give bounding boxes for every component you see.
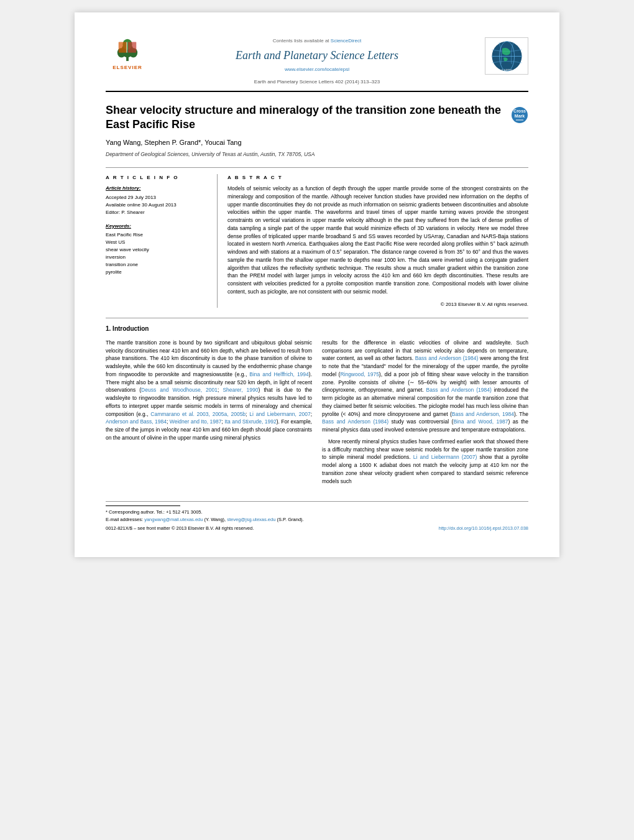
ref-anderson-1984a[interactable]: Anderson and Bass, 1984 (106, 418, 167, 425)
keyword-east-pacific: East Pacific Rise (106, 231, 209, 239)
keyword-transition-zone: transition zone (106, 261, 209, 269)
journal-header: ELSEVIER Contents lists available at Sci… (106, 37, 528, 92)
intro-p1: The mantle transition zone is bound by t… (106, 339, 312, 442)
available-date: Available online 30 August 2013 (106, 201, 209, 209)
intro-p2: results for the difference in elastic ve… (322, 339, 528, 434)
editor: Editor: P. Shearer (106, 209, 209, 216)
svg-text:EARTH: EARTH (502, 68, 512, 72)
keyword-west-us: West US (106, 239, 209, 246)
journal-name: Earth and Planetary Science Letters (162, 47, 472, 63)
page: ELSEVIER Contents lists available at Sci… (75, 12, 559, 557)
elsevier-logo: ELSEVIER (106, 37, 149, 72)
keyword-shear-wave: shear wave velocity (106, 246, 209, 254)
ref-bass-anderson-1984b[interactable]: Bass and Anderson (1984) (426, 387, 492, 393)
abstract-label: A B S T R A C T (227, 174, 528, 182)
elsevier-label: ELSEVIER (113, 64, 142, 72)
article-title-block: Shear velocity structure and mineralogy … (106, 103, 505, 159)
header-top: ELSEVIER Contents lists available at Sci… (106, 37, 528, 75)
copyright: © 2013 Elsevier B.V. All rights reserved… (227, 301, 528, 308)
article-title: Shear velocity structure and mineralogy … (106, 103, 505, 132)
svg-rect-5 (119, 42, 127, 53)
email-link-1[interactable]: yangwang@mail.utexas.edu (144, 517, 203, 522)
authors: Yang Wang, Stephen P. Grand*, Youcai Tan… (106, 138, 505, 148)
header-center: Contents lists available at ScienceDirec… (149, 37, 485, 73)
ref-li-2007[interactable]: Li and Liebermann, 2007 (249, 411, 310, 417)
ref-deuss-2001[interactable]: Deuss and Woodhouse, 2001 (141, 387, 218, 393)
ref-ita-1992[interactable]: Ita and Stixrude, 1992 (224, 418, 276, 425)
earth-logo: EARTH (485, 37, 528, 75)
footnote-divider (106, 505, 180, 506)
ref-cammarano-2003[interactable]: Cammarano et al. 2003, 2005a, 2005b (150, 411, 246, 417)
introduction-title: 1. Introduction (106, 325, 528, 334)
svg-text:Cross: Cross (513, 109, 526, 113)
svg-rect-6 (128, 42, 136, 53)
keywords-section: Keywords: East Pacific Rise West US shea… (106, 223, 209, 277)
footnote-corresponding: * Corresponding author. Tel.: +1 512 471… (106, 509, 528, 515)
ref-bass-anderson-1984d[interactable]: Bass and Anderson (1984) (322, 418, 388, 425)
article-info-column: A R T I C L E I N F O Article history: A… (106, 174, 218, 308)
article-header: Shear velocity structure and mineralogy … (106, 103, 528, 159)
ref-weidner-1987[interactable]: Weidner and Ito, 1987 (170, 418, 222, 425)
intro-p3: More recently mineral physics studies ha… (322, 438, 528, 486)
abstract-text: Models of seismic velocity as a function… (227, 185, 528, 296)
footer-bottom: 0012-821X/$ – see front matter © 2013 El… (106, 525, 528, 532)
email-link-2[interactable]: steveg@jsg.utexas.edu (227, 517, 275, 522)
ref-bina-wood-1987[interactable]: Bina and Wood, 1987 (453, 418, 508, 425)
introduction-columns: The mantle transition zone is bound by t… (106, 339, 528, 489)
journal-url[interactable]: www.elsevier.com/locate/epsl (162, 66, 472, 73)
article-info-label: A R T I C L E I N F O (106, 174, 209, 182)
abstract-column: A B S T R A C T Models of seismic veloci… (227, 174, 528, 308)
ref-ringwood-1975[interactable]: Ringwood, 1975 (340, 371, 379, 377)
article-info-abstract: A R T I C L E I N F O Article history: A… (106, 167, 528, 308)
intro-col-left: The mantle transition zone is bound by t… (106, 339, 312, 489)
ref-bass-anderson-1984c[interactable]: Bass and Anderson, 1984 (452, 411, 514, 417)
footnote-email: E-mail addresses: yangwang@mail.utexas.e… (106, 516, 528, 523)
issn-text: 0012-821X/$ – see front matter © 2013 El… (106, 525, 254, 532)
intro-col-right: results for the difference in elastic ve… (322, 339, 528, 489)
ref-li-liebermann-2007[interactable]: Li and Liebermann (2007) (413, 454, 477, 460)
history-section: Article history: Accepted 29 July 2013 A… (106, 185, 209, 216)
ref-shearer-1990[interactable]: Shearer, 1990 (223, 387, 258, 393)
keyword-pyrolite: pyrolite (106, 269, 209, 276)
ref-bina-1994[interactable]: Bina and Helffrich, 1994 (249, 371, 309, 377)
journal-volume: Earth and Planetary Science Letters 402 … (106, 78, 528, 86)
footer: * Corresponding author. Tel.: +1 512 471… (106, 501, 528, 532)
crossmark-logo[interactable]: Cross Mark (511, 106, 528, 124)
keywords-title: Keywords: (106, 223, 209, 230)
sciencedirect-link: Contents lists available at ScienceDirec… (162, 37, 472, 45)
keyword-inversion: inversion (106, 254, 209, 261)
received-date: Accepted 29 July 2013 (106, 194, 209, 201)
svg-text:Mark: Mark (515, 114, 525, 118)
history-title: Article history: (106, 185, 209, 192)
ref-bass-anderson-1984a[interactable]: Bass and Anderson (1984) (415, 355, 479, 361)
doi-link[interactable]: http://dx.doi.org/10.1016/j.epsl.2013.07… (439, 525, 528, 532)
introduction-section: 1. Introduction The mantle transition zo… (106, 318, 528, 489)
affiliation: Department of Geological Sciences, Unive… (106, 150, 505, 158)
